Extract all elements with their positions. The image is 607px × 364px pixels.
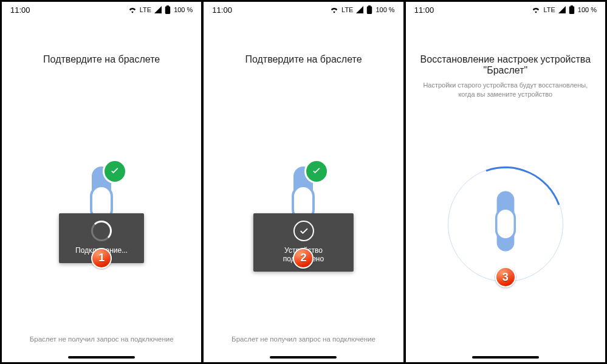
battery-icon bbox=[165, 5, 171, 14]
phone-screen-1: 11:00 LTE 100 % Подтвердите на браслете … bbox=[1, 1, 202, 363]
band-face bbox=[495, 207, 516, 240]
check-badge-icon bbox=[304, 159, 329, 184]
content-center: 3 bbox=[406, 105, 605, 362]
status-time: 11:00 bbox=[10, 5, 30, 15]
spinner-icon bbox=[91, 221, 112, 241]
svg-rect-0 bbox=[165, 6, 170, 14]
content-center: Подключение... 1 bbox=[2, 70, 201, 335]
status-indicators: LTE 100 % bbox=[128, 5, 193, 14]
svg-rect-3 bbox=[368, 5, 371, 7]
svg-rect-1 bbox=[166, 5, 169, 7]
status-battery: 100 % bbox=[578, 6, 597, 13]
wifi-icon bbox=[330, 6, 338, 13]
page-title: Восстановление настроек устройства "Брас… bbox=[417, 54, 594, 76]
title-area: Восстановление настроек устройства "Брас… bbox=[406, 18, 605, 105]
status-bar: 11:00 LTE 100 % bbox=[2, 2, 201, 18]
phone-screen-2: 11:00 LTE 100 % Подтвердите на браслете … bbox=[203, 1, 403, 363]
title-area: Подтвердите на браслете bbox=[2, 18, 201, 70]
nav-pill[interactable] bbox=[68, 356, 135, 359]
status-indicators: LTE 100 % bbox=[330, 5, 395, 14]
status-lte: LTE bbox=[341, 6, 353, 13]
status-battery: 100 % bbox=[174, 6, 193, 13]
signal-icon bbox=[558, 6, 566, 13]
band-body bbox=[496, 191, 514, 251]
phone-screen-3: 11:00 LTE 100 % Восстановление настроек … bbox=[405, 1, 606, 363]
wifi-icon bbox=[128, 6, 137, 13]
check-circle-icon bbox=[293, 221, 314, 241]
callout-marker-3: 3 bbox=[495, 267, 516, 287]
status-battery: 100 % bbox=[376, 6, 394, 13]
callout-marker-2: 2 bbox=[293, 248, 314, 269]
status-time: 11:00 bbox=[414, 5, 434, 15]
signal-icon bbox=[356, 6, 363, 13]
content-center: Устройство подключено 2 bbox=[204, 70, 403, 335]
signal-icon bbox=[154, 6, 162, 13]
svg-rect-5 bbox=[571, 5, 573, 7]
progress-ring bbox=[448, 167, 563, 282]
battery-icon bbox=[366, 5, 372, 14]
nav-pill[interactable] bbox=[270, 356, 337, 359]
status-lte: LTE bbox=[543, 6, 555, 13]
status-time: 11:00 bbox=[212, 5, 232, 15]
band-illustration bbox=[496, 191, 514, 251]
nav-pill[interactable] bbox=[472, 356, 539, 359]
status-bar: 11:00 LTE 100 % bbox=[204, 2, 403, 18]
page-title: Подтвердите на браслете bbox=[214, 54, 392, 65]
wifi-icon bbox=[532, 6, 540, 13]
svg-rect-2 bbox=[367, 6, 372, 14]
callout-marker-1: 1 bbox=[91, 248, 112, 269]
check-badge-icon bbox=[103, 159, 127, 184]
status-indicators: LTE 100 % bbox=[532, 5, 597, 14]
status-lte: LTE bbox=[140, 6, 151, 13]
page-subtitle: Настройки старого устройства будут восст… bbox=[417, 81, 594, 100]
svg-rect-4 bbox=[569, 6, 574, 14]
page-title: Подтвердите на браслете bbox=[13, 54, 190, 65]
battery-icon bbox=[569, 5, 575, 14]
status-bar: 11:00 LTE 100 % bbox=[406, 2, 605, 18]
title-area: Подтвердите на браслете bbox=[204, 18, 403, 70]
